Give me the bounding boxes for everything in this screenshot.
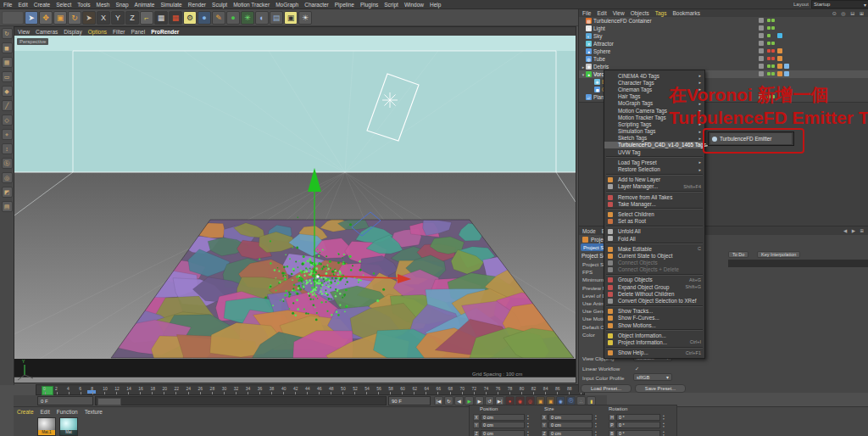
- om-menu-icons[interactable]: ⊙ ◎ ⊟ ⊞: [832, 10, 865, 16]
- viewport-menu-panel[interactable]: Panel: [131, 29, 146, 35]
- visibility-dot-icon[interactable]: [767, 57, 771, 60]
- edges-mode-icon[interactable]: ╱: [2, 100, 13, 111]
- last-tool-icon[interactable]: ➤: [82, 11, 96, 25]
- context-item-sketch-tags[interactable]: Sketch Tags▸: [604, 135, 704, 142]
- spinner-icon[interactable]: ▴▾: [661, 414, 666, 421]
- layer-tag-icon[interactable]: [759, 18, 764, 23]
- om-menu-edit[interactable]: Edit: [597, 10, 606, 16]
- context-item-make-editable[interactable]: Make EditableC: [604, 245, 704, 252]
- camera-icon[interactable]: ▣: [284, 11, 298, 25]
- lock-x-icon[interactable]: X: [97, 11, 110, 25]
- attr-menu-mode[interactable]: Mode: [582, 228, 596, 234]
- coord-rotation-input[interactable]: 0 °: [616, 422, 660, 428]
- spinner-icon[interactable]: ▴▾: [593, 422, 598, 428]
- tree-row-attractor[interactable]: ✕Attractor: [579, 40, 868, 48]
- layer-tag-icon[interactable]: [759, 71, 764, 76]
- menu-item-mograph[interactable]: MoGraph: [275, 2, 298, 8]
- goto-start-button[interactable]: |◀: [434, 396, 443, 405]
- menu-item-script[interactable]: Script: [384, 2, 398, 8]
- visibility-dot-icon[interactable]: [767, 19, 771, 22]
- range-end-input[interactable]: 90 F: [388, 396, 431, 405]
- context-item-show-motions[interactable]: Show Motions...: [604, 321, 704, 328]
- context-item-show-tracks[interactable]: Show Tracks...: [604, 308, 704, 315]
- material-menu-edit[interactable]: Edit: [41, 409, 50, 415]
- material-thumb-mat-1[interactable]: Mat.1: [37, 417, 56, 436]
- tag-icon[interactable]: [784, 71, 789, 76]
- enable-axis-icon[interactable]: ↕: [2, 143, 13, 154]
- context-item-show-f-curves[interactable]: Show F-Curves...: [604, 315, 704, 321]
- context-item-select-children[interactable]: Select Children: [604, 210, 704, 217]
- menu-item-render[interactable]: Render: [188, 2, 206, 8]
- context-item-show-help[interactable]: Show Help...Ctrl+F1: [604, 349, 704, 356]
- snap-icon[interactable]: Ⓢ: [2, 158, 13, 169]
- layout-dropdown[interactable]: Startup ▾: [811, 0, 868, 8]
- material-menu-function[interactable]: Function: [57, 409, 78, 415]
- menu-item-tools[interactable]: Tools: [77, 2, 90, 8]
- coord-rotation-input[interactable]: 0 °: [616, 430, 660, 436]
- context-item-uvw-tag[interactable]: UVW Tag: [604, 148, 704, 155]
- range-slider-handle[interactable]: [97, 398, 121, 405]
- make-editable-icon[interactable]: ↻: [2, 28, 13, 39]
- om-menu-file[interactable]: File: [582, 10, 591, 16]
- tag-icon[interactable]: [777, 64, 782, 69]
- material-menu-create[interactable]: Create: [17, 409, 34, 415]
- layer-tag-icon[interactable]: [759, 56, 764, 61]
- context-item-delete-without-children[interactable]: Delete Without Children: [604, 290, 704, 297]
- viewport-menu-filter[interactable]: Filter: [113, 29, 125, 35]
- menu-item-window[interactable]: Window: [404, 2, 424, 8]
- attr-tab-to-do[interactable]: To Do: [728, 251, 748, 258]
- context-item-unfold-all[interactable]: Unfold All: [604, 228, 704, 235]
- render-settings-icon[interactable]: ⚙: [183, 11, 197, 25]
- material-thumb-mat[interactable]: Mat: [59, 417, 78, 436]
- tree-row-sphere[interactable]: ●Sphere: [579, 48, 868, 55]
- layer-color-icon[interactable]: ◩: [2, 187, 13, 198]
- undo-area[interactable]: [2, 11, 24, 25]
- layer-tag-icon[interactable]: [759, 41, 764, 46]
- menu-item-simulate[interactable]: Simulate: [160, 2, 181, 8]
- timeline-ruler[interactable]: 0246810121416182022242628303234363840424…: [36, 384, 585, 395]
- mograph-icon[interactable]: ●: [226, 11, 240, 25]
- viewport-filter-icon[interactable]: ◎: [2, 172, 13, 183]
- visibility-dot-icon[interactable]: [767, 49, 771, 53]
- workplane-mode-icon[interactable]: ▭: [2, 71, 13, 82]
- range-slider[interactable]: [95, 396, 387, 405]
- context-item-load-tag-preset[interactable]: Load Tag Preset▸: [604, 159, 704, 165]
- viewport-menu-prorender[interactable]: ProRender: [151, 29, 179, 35]
- visibility-dot-icon[interactable]: [771, 57, 775, 60]
- tag-icon[interactable]: [777, 33, 782, 38]
- menu-item-animate[interactable]: Animate: [135, 2, 155, 8]
- coord-size-input[interactable]: 0 cm: [548, 414, 593, 421]
- spinner-icon[interactable]: ▴▾: [526, 422, 531, 428]
- viewport-menu-view[interactable]: View: [18, 29, 30, 35]
- layer-tag-icon[interactable]: [759, 25, 764, 31]
- visibility-dot-icon[interactable]: [771, 26, 775, 30]
- viewport-canvas[interactable]: Y: [14, 36, 576, 383]
- menu-item-create[interactable]: Create: [34, 2, 51, 8]
- polygons-mode-icon[interactable]: ◇: [2, 115, 13, 126]
- visibility-dot-icon[interactable]: [767, 42, 771, 45]
- visibility-dot-icon[interactable]: [767, 26, 771, 30]
- context-item-take-manager[interactable]: Take Manager...: [604, 200, 704, 207]
- coord-rotation-input[interactable]: 0 °: [616, 414, 660, 421]
- viewport-menu-cameras[interactable]: Cameras: [36, 29, 58, 35]
- coord-system-icon[interactable]: ⌐: [140, 11, 153, 25]
- fields-icon[interactable]: ▤: [270, 11, 283, 25]
- tree-row-turbulencefd-container[interactable]: ▨TurbulenceFD Container: [579, 17, 868, 25]
- attribute-header-icons[interactable]: ◀ ▶ ⊞: [843, 228, 865, 233]
- context-item-turbulencefd-c4d-v1-0-1465-tags[interactable]: TurbulenceFD_C4D_v1-0_1465 Tags▸: [604, 142, 704, 148]
- coord-size-input[interactable]: 0 cm: [548, 430, 593, 436]
- load-preset-button[interactable]: Load Preset...: [581, 384, 632, 393]
- attr-tab-key-interpolation[interactable]: Key Interpolation: [757, 251, 800, 258]
- layer-tag-icon[interactable]: [759, 48, 764, 53]
- tag-icon[interactable]: [777, 56, 782, 61]
- menu-item-sculpt[interactable]: Sculpt: [212, 2, 227, 8]
- om-menu-objects[interactable]: Objects: [631, 10, 649, 16]
- tree-row-light[interactable]: ✦Light: [579, 25, 868, 32]
- rotate-icon[interactable]: ↻: [68, 11, 81, 25]
- menu-item-pipeline[interactable]: Pipeline: [335, 2, 354, 8]
- om-menu-view[interactable]: View: [613, 10, 625, 16]
- spinner-icon[interactable]: ▴▾: [593, 414, 598, 421]
- context-item-layer-manager[interactable]: Layer Manager...Shift+F4: [604, 183, 704, 190]
- tweak-mode-icon[interactable]: ⌖: [2, 129, 13, 140]
- spinner-icon[interactable]: ▴▾: [661, 422, 666, 428]
